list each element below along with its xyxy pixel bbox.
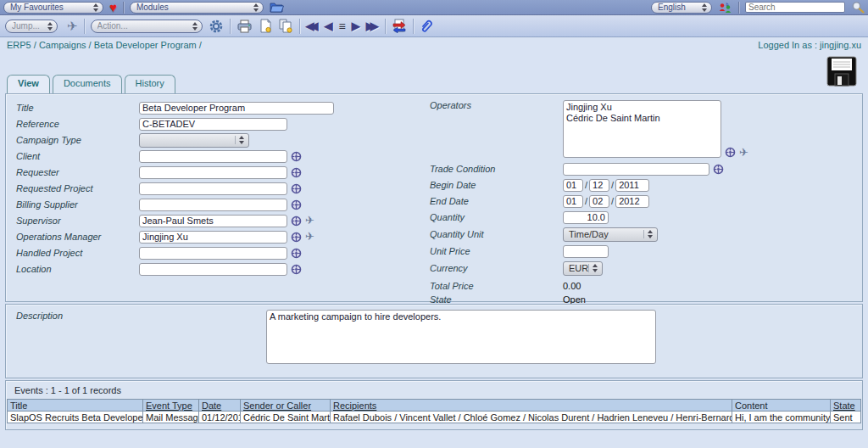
relation-wheel-icon[interactable] xyxy=(713,164,724,175)
relation-wheel-icon[interactable] xyxy=(725,147,736,158)
divider xyxy=(299,19,300,34)
search-icon[interactable] xyxy=(851,1,865,14)
first-page-icon[interactable]: ◀◀ xyxy=(306,19,319,34)
jump-to-operators-plane-icon[interactable]: ✈ xyxy=(739,148,748,158)
list-view-icon[interactable]: ≡ xyxy=(339,20,346,33)
unit-price-input[interactable] xyxy=(563,245,609,258)
action-select-value: Action... xyxy=(97,21,128,31)
field-handled-project: Handled Project xyxy=(14,245,421,260)
jump-select[interactable]: Jump... xyxy=(5,20,58,33)
quantity-input[interactable] xyxy=(563,211,609,224)
operations-manager-input[interactable] xyxy=(139,231,287,244)
next-page-icon[interactable]: ▶ xyxy=(352,19,360,34)
date-separator: / xyxy=(609,196,615,206)
date-separator: / xyxy=(583,196,589,206)
handled-project-input[interactable] xyxy=(139,247,287,260)
begin-date-month-input[interactable] xyxy=(589,179,609,192)
search-input[interactable] xyxy=(745,2,845,13)
requester-input[interactable] xyxy=(139,166,287,179)
field-quantity-unit: Quantity Unit Time/Day xyxy=(428,226,856,243)
location-input[interactable] xyxy=(139,263,287,276)
relation-wheel-icon[interactable] xyxy=(291,167,302,178)
jump-to-operations-manager-plane-icon[interactable]: ✈ xyxy=(305,232,314,242)
jump-to-supervisor-plane-icon[interactable]: ✈ xyxy=(305,216,314,226)
jump-plane-icon[interactable]: ✈ xyxy=(67,21,78,31)
action-toolbar: Jump... ✈ Action... xyxy=(0,15,868,37)
spinner-arrows-icon xyxy=(643,230,655,238)
billing-supplier-input[interactable] xyxy=(139,199,287,211)
event-type-cell: Mail Message xyxy=(143,412,199,423)
form-right-column: Operators Jingjing Xu Cédric De Saint Ma… xyxy=(428,100,856,306)
trade-condition-label: Trade Condition xyxy=(428,164,563,174)
end-date-year-input[interactable] xyxy=(615,195,649,208)
reference-input[interactable] xyxy=(139,118,287,131)
column-header-sender[interactable]: Sender or Caller xyxy=(241,400,331,412)
campaign-type-select[interactable] xyxy=(139,133,249,148)
begin-date-day-input[interactable] xyxy=(563,179,583,192)
action-select[interactable]: Action... xyxy=(91,20,203,33)
column-header-title: Title xyxy=(8,400,143,412)
translate-icon[interactable]: b xyxy=(718,2,732,14)
operators-textarea[interactable]: Jingjing Xu Cédric De Saint Martin xyxy=(563,100,721,158)
relation-wheel-icon[interactable] xyxy=(291,151,302,162)
column-header-date[interactable]: Date xyxy=(199,400,241,412)
requested-project-label: Requested Project xyxy=(14,183,139,193)
field-client: Client xyxy=(14,148,421,164)
relation-wheel-icon[interactable] xyxy=(291,216,302,227)
tab-history[interactable]: History xyxy=(125,75,175,93)
open-folder-icon[interactable] xyxy=(270,2,284,13)
begin-date-year-input[interactable] xyxy=(615,179,649,192)
copy-icon[interactable] xyxy=(278,19,293,33)
favourites-select-value: My Favourites xyxy=(10,3,64,12)
events-summary: Events : 1 - 1 of 1 records xyxy=(6,381,862,399)
event-sender-cell: Cédric De Saint Martin xyxy=(241,412,331,423)
attachment-paperclip-icon[interactable] xyxy=(420,19,434,33)
modules-select[interactable]: Modules xyxy=(130,2,264,14)
language-select-value: English xyxy=(658,3,686,12)
relation-wheel-icon[interactable] xyxy=(291,248,302,259)
requested-project-input[interactable] xyxy=(139,182,287,195)
tab-view[interactable]: View xyxy=(7,75,50,93)
begin-date-label: Begin Date xyxy=(428,180,563,190)
svg-text:b: b xyxy=(726,2,729,7)
spinner-arrows-icon xyxy=(88,3,101,12)
save-button[interactable] xyxy=(826,56,858,89)
quantity-unit-select[interactable]: Time/Day xyxy=(563,227,658,242)
currency-label: Currency xyxy=(428,263,563,273)
tab-documents[interactable]: Documents xyxy=(53,75,122,93)
field-unit-price: Unit Price xyxy=(428,244,856,259)
title-input[interactable] xyxy=(139,102,334,115)
event-title-cell: SlapOS Recruits Beta Developers xyxy=(8,412,143,423)
trade-condition-input[interactable] xyxy=(563,163,709,176)
end-date-month-input[interactable] xyxy=(589,195,609,208)
client-input[interactable] xyxy=(139,150,287,163)
refresh-gear-icon[interactable] xyxy=(209,19,224,34)
currency-select[interactable]: EUR xyxy=(563,261,603,276)
relation-wheel-icon[interactable] xyxy=(291,199,302,210)
field-requested-project: Requested Project xyxy=(14,181,421,196)
favourites-select[interactable]: My Favourites xyxy=(3,2,103,14)
title-label: Title xyxy=(14,103,139,113)
description-section: Description A marketing campaign to hire… xyxy=(5,304,863,378)
supervisor-input[interactable] xyxy=(139,215,287,227)
event-row[interactable]: SlapOS Recruits Beta Developers Mail Mes… xyxy=(8,412,861,423)
print-icon[interactable] xyxy=(236,20,253,33)
description-textarea[interactable]: A marketing campaign to hire developers. xyxy=(266,310,656,364)
end-date-day-input[interactable] xyxy=(563,195,583,208)
breadcrumb[interactable]: ERP5 / Campaigns / Beta Developer Progra… xyxy=(7,40,202,50)
relation-wheel-icon[interactable] xyxy=(291,232,302,243)
import-export-icon[interactable] xyxy=(392,19,407,34)
column-header-recipients[interactable]: Recipients xyxy=(331,400,732,412)
reference-label: Reference xyxy=(14,119,139,129)
column-header-state[interactable]: State xyxy=(831,400,861,412)
breadcrumb-bar: ERP5 / Campaigns / Beta Developer Progra… xyxy=(0,38,868,52)
language-select[interactable]: English xyxy=(651,2,712,14)
last-page-icon[interactable]: ▶▶ xyxy=(366,19,379,34)
relation-wheel-icon[interactable] xyxy=(291,183,302,194)
new-document-icon[interactable] xyxy=(259,19,272,33)
column-header-event-type[interactable]: Event Type xyxy=(143,400,199,412)
unit-price-label: Unit Price xyxy=(428,246,563,256)
previous-page-icon[interactable]: ◀ xyxy=(325,19,333,34)
relation-wheel-icon[interactable] xyxy=(291,264,302,275)
favourite-heart-icon[interactable]: ♥ xyxy=(109,2,117,14)
